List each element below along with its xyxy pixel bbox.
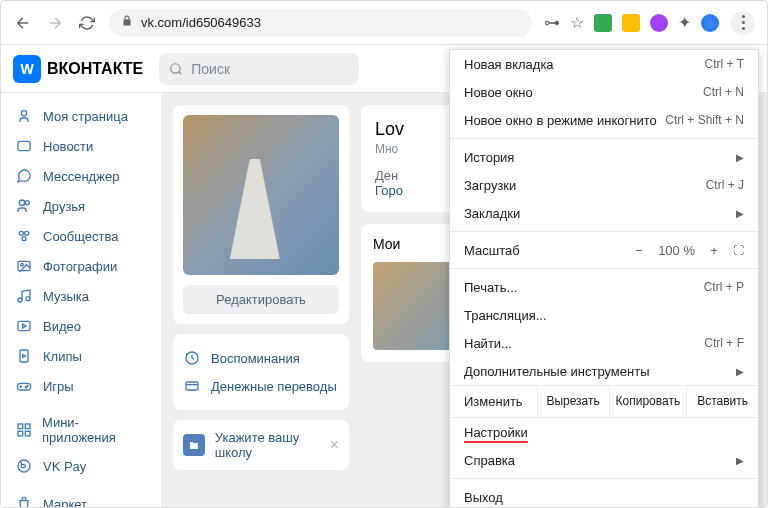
svg-rect-18: [25, 424, 30, 429]
transfers-link[interactable]: Денежные переводы: [183, 372, 339, 400]
sidebar-label: Мессенджер: [43, 169, 119, 184]
menu-zoom: Масштаб−100 %+⛶: [450, 236, 758, 264]
sidebar-label: Музыка: [43, 289, 89, 304]
menu-incognito[interactable]: Новое окно в режиме инкогнитоCtrl + Shif…: [450, 106, 758, 134]
menu-new-tab[interactable]: Новая вкладкаCtrl + T: [450, 50, 758, 78]
chrome-menu-button[interactable]: [731, 11, 755, 35]
menu-find[interactable]: Найти...Ctrl + F: [450, 329, 758, 357]
shortcut: Ctrl + J: [706, 178, 744, 192]
menu-new-window[interactable]: Новое окноCtrl + N: [450, 78, 758, 106]
search-input[interactable]: Поиск: [159, 53, 359, 85]
copy-button[interactable]: Копировать: [609, 386, 687, 417]
sidebar-label: Игры: [43, 379, 74, 394]
close-icon[interactable]: ×: [330, 436, 339, 454]
fullscreen-icon[interactable]: ⛶: [733, 244, 744, 256]
menu-tools[interactable]: Дополнительные инструменты▶: [450, 357, 758, 385]
chevron-right-icon: ▶: [736, 455, 744, 466]
back-button[interactable]: [13, 13, 33, 33]
menu-bookmarks[interactable]: Закладки▶: [450, 199, 758, 227]
forward-button[interactable]: [45, 13, 65, 33]
edit-label: Изменить: [450, 386, 537, 417]
sidebar-item-miniapps[interactable]: Мини-приложения: [1, 409, 161, 451]
svg-point-0: [171, 63, 180, 72]
menu-print[interactable]: Печать...Ctrl + P: [450, 273, 758, 301]
sidebar-item-news[interactable]: Новости: [1, 131, 161, 161]
left-column: Редактировать Воспоминания Денежные пере…: [173, 105, 349, 497]
sidebar-item-groups[interactable]: Сообщества: [1, 221, 161, 251]
sidebar-item-clips[interactable]: Клипы: [1, 341, 161, 371]
puzzle-icon[interactable]: ✦: [678, 13, 691, 32]
menu-label: Дополнительные инструменты: [464, 364, 650, 379]
birthday-label: Ден: [375, 168, 398, 183]
sidebar-item-profile[interactable]: Моя страница: [1, 101, 161, 131]
chevron-right-icon: ▶: [736, 366, 744, 377]
url-text: vk.com/id650649633: [141, 15, 261, 30]
school-icon: [183, 434, 205, 456]
svg-rect-19: [18, 431, 23, 436]
bag-icon: [15, 495, 33, 508]
menu-help[interactable]: Справка▶: [450, 446, 758, 474]
zoom-value: 100 %: [658, 243, 695, 258]
vk-logo[interactable]: W ВКОНТАКТЕ: [13, 55, 143, 83]
search-placeholder: Поиск: [191, 61, 230, 77]
sidebar-item-messenger[interactable]: Мессенджер: [1, 161, 161, 191]
profile-photo[interactable]: [183, 115, 339, 275]
user-icon: [15, 107, 33, 125]
menu-downloads[interactable]: ЗагрузкиCtrl + J: [450, 171, 758, 199]
sidebar-item-games[interactable]: Игры: [1, 371, 161, 401]
svg-point-16: [25, 387, 26, 388]
sidebar-item-photos[interactable]: Фотографии: [1, 251, 161, 281]
cut-button[interactable]: Вырезать: [537, 386, 609, 417]
svg-point-5: [19, 231, 23, 235]
search-icon: [169, 62, 183, 76]
menu-settings[interactable]: Настройки: [450, 418, 758, 446]
school-label: Укажите вашу школу: [215, 430, 339, 460]
game-icon: [15, 377, 33, 395]
sidebar-item-vkpay[interactable]: VK Pay: [1, 451, 161, 481]
video-icon: [15, 317, 33, 335]
menu-cast[interactable]: Трансляция...: [450, 301, 758, 329]
clips-icon: [15, 347, 33, 365]
pay-icon: [15, 457, 33, 475]
sidebar-label: Маркет: [43, 497, 87, 509]
chevron-right-icon: ▶: [736, 208, 744, 219]
photo-thumb[interactable]: [373, 262, 461, 350]
memories-link[interactable]: Воспоминания: [183, 344, 339, 372]
sidebar-item-market[interactable]: Маркет: [1, 489, 161, 508]
menu-label: Справка: [464, 453, 515, 468]
sidebar-item-friends[interactable]: Друзья: [1, 191, 161, 221]
svg-point-4: [25, 201, 29, 205]
extension-icon[interactable]: [622, 14, 640, 32]
profile-avatar[interactable]: [701, 14, 719, 32]
memories-block: Воспоминания Денежные переводы: [173, 334, 349, 410]
sidebar-label: Новости: [43, 139, 93, 154]
address-bar[interactable]: vk.com/id650649633: [109, 9, 532, 37]
city-link[interactable]: Горо: [375, 183, 403, 198]
star-icon[interactable]: ☆: [570, 13, 584, 32]
menu-label: Трансляция...: [464, 308, 547, 323]
menu-label: История: [464, 150, 514, 165]
sidebar-item-video[interactable]: Видео: [1, 311, 161, 341]
grid-icon: [15, 421, 32, 439]
sidebar-label: Моя страница: [43, 109, 128, 124]
school-prompt[interactable]: Укажите вашу школу ×: [173, 420, 349, 470]
zoom-in-button[interactable]: +: [709, 243, 719, 258]
extension-icon[interactable]: [594, 14, 612, 32]
edit-button[interactable]: Редактировать: [183, 285, 339, 314]
chevron-right-icon: ▶: [736, 152, 744, 163]
svg-point-7: [22, 237, 26, 241]
key-icon[interactable]: ⊶: [544, 13, 560, 32]
shortcut: Ctrl + Shift + N: [665, 113, 744, 127]
menu-label: Печать...: [464, 280, 517, 295]
zoom-out-button[interactable]: −: [634, 243, 644, 258]
menu-label: Новая вкладка: [464, 57, 554, 72]
shortcut: Ctrl + T: [705, 57, 744, 71]
paste-button[interactable]: Вставить: [686, 386, 758, 417]
extension-icon[interactable]: [650, 14, 668, 32]
sidebar-item-music[interactable]: Музыка: [1, 281, 161, 311]
menu-history[interactable]: История▶: [450, 143, 758, 171]
svg-rect-17: [18, 424, 23, 429]
reload-button[interactable]: [77, 13, 97, 33]
clock-icon: [183, 349, 201, 367]
menu-exit[interactable]: Выход: [450, 483, 758, 508]
